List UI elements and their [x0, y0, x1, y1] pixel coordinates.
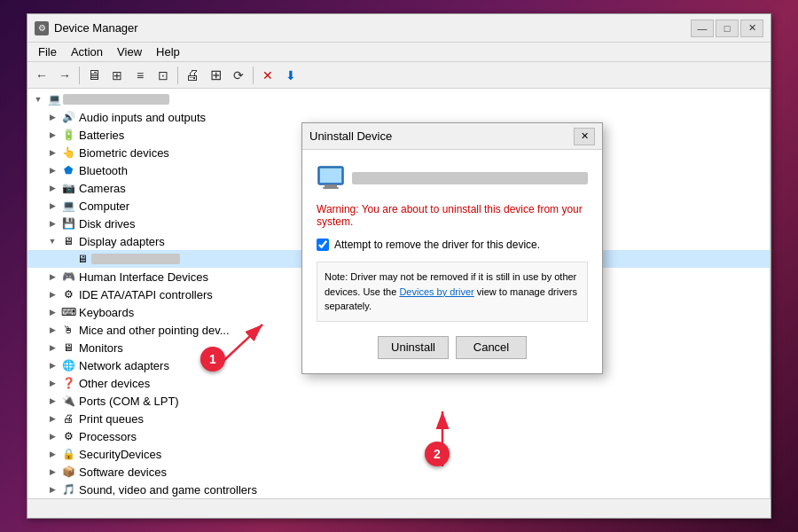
monitors-icon: 🖥	[61, 340, 75, 355]
batteries-expand-icon[interactable]: ▶	[45, 128, 59, 142]
audio-icon: 🔊	[61, 110, 75, 124]
audio-expand-icon[interactable]: ▶	[45, 110, 59, 124]
hid-expand-icon[interactable]: ▶	[45, 270, 59, 284]
devices-by-driver-link[interactable]: Devices by driver	[399, 286, 473, 297]
diskdrives-expand-icon[interactable]: ▶	[45, 216, 59, 231]
hid-label: Human Interface Devices	[77, 270, 208, 284]
tree-item-processors[interactable]: ▶ ⚙ Processors	[27, 427, 770, 445]
view-computer-button[interactable]: 🖥	[83, 65, 105, 86]
warning-message: Warning: You are about to uninstall this…	[317, 203, 588, 228]
dialog-close-button[interactable]: ✕	[574, 128, 595, 145]
tree-item-sound[interactable]: ▶ 🎵 Sound, video and game controllers	[27, 481, 770, 498]
remove-driver-label: Attempt to remove the driver for this de…	[334, 239, 540, 251]
tree-item-ports[interactable]: ▶ 🔌 Ports (COM & LPT)	[27, 392, 770, 410]
software-expand-icon[interactable]: ▶	[45, 465, 59, 479]
toolbar-separator-2	[177, 66, 178, 84]
view-tile-button[interactable]: ⊡	[153, 65, 174, 86]
menu-view[interactable]: View	[110, 43, 149, 60]
displayadapters-label: Display adapters	[77, 235, 165, 248]
other-expand-icon[interactable]: ▶	[45, 376, 59, 390]
other-icon: ❓	[61, 376, 75, 390]
root-expand-icon[interactable]: ▼	[31, 92, 45, 106]
tree-root[interactable]: ▼ 💻	[27, 90, 770, 108]
bluetooth-expand-icon[interactable]: ▶	[45, 163, 59, 177]
uninstall-confirm-button[interactable]: Uninstall	[378, 336, 449, 359]
toolbar-separator-3	[253, 66, 254, 84]
bluetooth-label: Bluetooth	[77, 164, 128, 177]
sound-label: Sound, video and game controllers	[77, 483, 257, 497]
tree-item-software[interactable]: ▶ 📦 Software devices	[27, 463, 770, 481]
biometric-expand-icon[interactable]: ▶	[45, 145, 59, 160]
mice-expand-icon[interactable]: ▶	[45, 323, 59, 337]
mice-icon: 🖱	[61, 323, 75, 337]
printqueues-label: Print queues	[77, 412, 144, 426]
monitors-expand-icon[interactable]: ▶	[45, 340, 59, 355]
processors-expand-icon[interactable]: ▶	[45, 429, 59, 443]
ide-label: IDE ATA/ATAPI controllers	[77, 288, 213, 301]
tree-item-security[interactable]: ▶ 🔒 SecurityDevices	[27, 445, 770, 463]
back-button[interactable]: ←	[31, 65, 52, 86]
cancel-button[interactable]: Cancel	[456, 336, 527, 359]
dialog-button-row: Uninstall Cancel	[317, 336, 588, 359]
network-expand-icon[interactable]: ▶	[45, 358, 59, 372]
ports-expand-icon[interactable]: ▶	[45, 394, 59, 408]
dialog-title-bar: Uninstall Device ✕	[302, 123, 602, 150]
tree-item-printqueues[interactable]: ▶ 🖨 Print queues	[27, 410, 770, 427]
printqueues-icon: 🖨	[61, 411, 75, 426]
computer-expand-icon[interactable]: ▶	[45, 199, 59, 213]
scan-button[interactable]: ⟳	[228, 65, 249, 86]
maximize-button[interactable]: □	[716, 20, 739, 37]
ide-expand-icon[interactable]: ▶	[45, 287, 59, 301]
software-label: Software devices	[77, 466, 167, 479]
window-title: Device Manager	[54, 21, 691, 35]
computer-icon: 💻	[61, 199, 75, 213]
keyboards-label: Keyboards	[77, 306, 134, 319]
monitors-label: Monitors	[77, 341, 123, 355]
menu-file[interactable]: File	[31, 43, 64, 60]
note-box: Note: Driver may not be removed if it is…	[317, 262, 588, 322]
security-expand-icon[interactable]: ▶	[45, 447, 59, 461]
cameras-icon: 📷	[61, 181, 75, 195]
ports-icon: 🔌	[61, 394, 75, 408]
dialog-title: Uninstall Device	[309, 129, 574, 143]
gpu-icon: 🖥	[75, 252, 90, 266]
keyboards-expand-icon[interactable]: ▶	[45, 305, 59, 319]
note-text-1: Note: Driver may not be removed if it is…	[325, 271, 576, 282]
status-bar	[27, 498, 771, 518]
network-icon: 🌐	[61, 358, 75, 372]
properties-button[interactable]: ⊞	[205, 65, 226, 86]
sound-expand-icon[interactable]: ▶	[45, 482, 59, 497]
close-button[interactable]: ✕	[740, 20, 763, 37]
mice-label: Mice and other pointing dev...	[77, 324, 230, 337]
remove-driver-row: Attempt to remove the driver for this de…	[317, 239, 588, 251]
network-label: Network adapters	[77, 359, 169, 372]
view-list-button[interactable]: ≡	[129, 65, 151, 86]
uninstall-device-dialog: Uninstall Device ✕ Warning: You are abou…	[301, 122, 603, 374]
menu-bar: File Action View Help	[27, 43, 771, 62]
tree-item-other[interactable]: ▶ ❓ Other devices	[27, 374, 770, 392]
update-driver-button[interactable]: ⬇	[280, 65, 301, 86]
minimize-button[interactable]: —	[691, 20, 714, 37]
remove-driver-checkbox[interactable]	[317, 239, 329, 251]
note-text-3: view to manage drivers	[477, 286, 577, 297]
print-button[interactable]: 🖨	[182, 65, 203, 86]
uninstall-button[interactable]: ✕	[257, 65, 278, 86]
forward-button[interactable]: →	[54, 65, 75, 86]
menu-action[interactable]: Action	[64, 43, 110, 60]
toolbar: ← → 🖥 ⊞ ≡ ⊡ 🖨 ⊞ ⟳ ✕ ⬇	[27, 62, 771, 89]
cameras-label: Cameras	[77, 182, 126, 195]
security-icon: 🔒	[61, 447, 75, 461]
biometric-icon: 👆	[61, 145, 75, 160]
root-computer-icon: 💻	[47, 92, 61, 106]
sound-icon: 🎵	[61, 482, 75, 497]
view-resources-button[interactable]: ⊞	[106, 65, 128, 86]
security-label: SecurityDevices	[77, 448, 161, 461]
printqueues-expand-icon[interactable]: ▶	[45, 411, 59, 426]
title-bar: ⚙ Device Manager — □ ✕	[27, 14, 771, 43]
audio-label: Audio inputs and outputs	[77, 111, 206, 124]
cameras-expand-icon[interactable]: ▶	[45, 181, 59, 195]
dialog-body: Warning: You are about to uninstall this…	[302, 150, 602, 373]
processors-icon: ⚙	[61, 429, 75, 443]
displayadapters-expand-icon[interactable]: ▼	[45, 234, 59, 248]
menu-help[interactable]: Help	[149, 43, 187, 60]
